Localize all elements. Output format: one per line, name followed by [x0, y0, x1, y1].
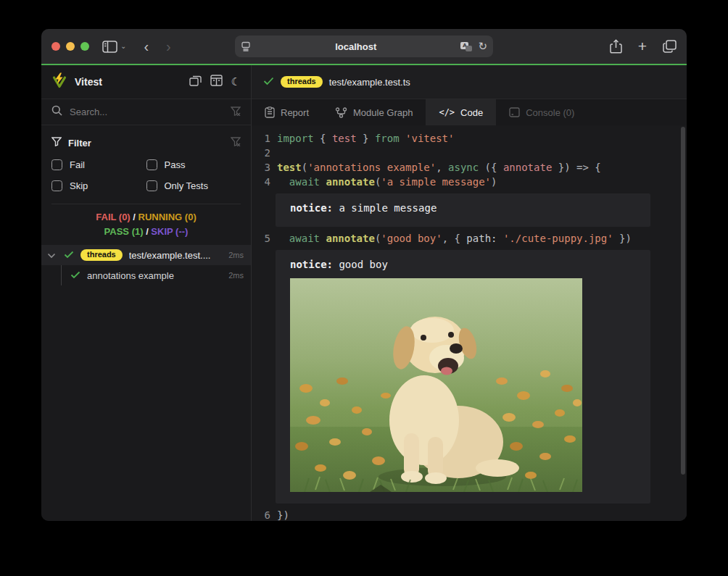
test-file-duration: 2ms [228, 251, 244, 259]
line-number: 4 [252, 175, 270, 189]
dashboard-icon[interactable] [210, 75, 223, 89]
search-icon [51, 105, 62, 119]
annotation-notice: notice: good boy [276, 250, 650, 504]
report-icon [265, 107, 275, 118]
test-tree: threads test/example.test.... 2ms annota… [41, 245, 251, 285]
tab-overview-icon[interactable] [663, 40, 677, 53]
sidebar-dropdown-chevron-icon[interactable]: ⌄ [120, 43, 126, 50]
only-tests-checkbox-label: Only Tests [165, 180, 208, 191]
sidebar-header: Vitest ☾ [41, 65, 251, 99]
pool-badge: threads [281, 76, 323, 88]
zoom-window-button[interactable] [80, 42, 89, 51]
status-separator: / [144, 226, 152, 237]
browser-window: ⌄ ‹ › localhost A ↻ [41, 29, 687, 521]
file-path: test/example.test.ts [329, 77, 410, 88]
test-file-row[interactable]: threads test/example.test.... 2ms [41, 245, 251, 265]
code-line: 6}) [252, 508, 687, 521]
fail-checkbox-label: Fail [70, 159, 85, 170]
browser-toolbar: ⌄ ‹ › localhost A ↻ [41, 29, 687, 64]
search-bar[interactable]: Search... [41, 99, 251, 125]
forward-icon[interactable]: › [166, 39, 171, 54]
skip-checkbox-box[interactable] [51, 180, 62, 191]
checkbox-fail[interactable]: Fail [51, 154, 146, 175]
checkbox-only-tests[interactable]: Only Tests [146, 175, 241, 196]
only-tests-checkbox-box[interactable] [146, 180, 157, 191]
pass-count: PASS (1) [104, 226, 144, 237]
code-line: 1import { test } from 'vitest' [252, 131, 687, 146]
puppy-image [290, 278, 582, 492]
reload-icon[interactable]: ↻ [478, 40, 487, 53]
code-lines: 1import { test } from 'vitest'23test('an… [252, 131, 687, 521]
line-number: 6 [252, 508, 270, 521]
tab-report-label: Report [281, 107, 309, 118]
running-count: RUNNING (0) [138, 212, 197, 222]
annotation-notice: notice: a simple message [276, 193, 650, 227]
console-icon [509, 107, 520, 117]
close-window-button[interactable] [51, 42, 60, 51]
vitest-logo-icon [51, 72, 67, 91]
traffic-lights [51, 42, 89, 51]
fail-checkbox-box[interactable] [51, 159, 62, 170]
checkbox-pass[interactable]: Pass [146, 154, 241, 175]
filter-icon [51, 136, 62, 149]
pass-check-icon [64, 250, 74, 261]
back-icon[interactable]: ‹ [144, 39, 149, 54]
tab-bar: Report Module Graph </> Code [252, 99, 687, 125]
line-number: 5 [252, 231, 270, 246]
fail-count: FAIL (0) [96, 212, 130, 222]
panels-icon[interactable] [189, 75, 202, 89]
skip-checkbox-label: Skip [70, 180, 88, 191]
code-line: 3test('annotations example', async ({ an… [252, 160, 687, 175]
code-viewer[interactable]: 1import { test } from 'vitest'23test('an… [252, 125, 687, 521]
checkbox-skip[interactable]: Skip [51, 175, 146, 196]
sidebar-toggle-icon[interactable] [102, 41, 117, 53]
module-graph-icon [335, 107, 347, 118]
url-text: localhost [251, 41, 460, 52]
test-file-name: test/example.test.... [129, 250, 224, 261]
code-line: 2 [252, 146, 687, 160]
filter-title: Filter [68, 138, 231, 149]
code-line: 4 await annotate('a simple message') [252, 175, 687, 189]
minimize-window-button[interactable] [66, 42, 75, 51]
tab-module-graph[interactable]: Module Graph [322, 99, 426, 125]
test-case-duration: 2ms [228, 271, 244, 280]
filter-section: Filter Fail [41, 125, 251, 204]
pass-checkbox-box[interactable] [146, 159, 157, 170]
page-format-icon[interactable] [241, 41, 251, 51]
sidebar: Vitest ☾ [41, 65, 252, 521]
file-header: threads test/example.test.ts [252, 65, 687, 99]
vertical-scrollbar[interactable] [681, 127, 685, 475]
screen: ⌄ ‹ › localhost A ↻ [0, 0, 728, 576]
test-case-row[interactable]: annotations example 2ms [41, 265, 251, 285]
test-case-name: annotations example [87, 270, 224, 281]
tab-module-graph-label: Module Graph [353, 107, 413, 118]
main-panel: threads test/example.test.ts Report [252, 65, 687, 521]
pass-checkbox-label: Pass [165, 159, 186, 170]
chevron-down-icon[interactable] [47, 250, 56, 261]
status-separator: / [131, 212, 138, 222]
translate-icon[interactable]: A [460, 42, 472, 51]
tree-indent-guide [61, 265, 62, 285]
tab-console[interactable]: Console (0) [496, 99, 587, 125]
address-bar[interactable]: localhost A ↻ [235, 36, 493, 57]
pool-badge: threads [80, 249, 123, 261]
tab-code-label: Code [460, 107, 483, 118]
pass-check-icon [70, 270, 80, 281]
tab-code[interactable]: </> Code [426, 99, 496, 125]
line-number: 1 [252, 131, 270, 146]
line-number: 2 [252, 146, 270, 160]
pass-check-icon [263, 75, 274, 88]
code-line: 5 await annotate('good boy', { path: './… [252, 231, 687, 246]
clear-search-filter-icon[interactable] [231, 106, 241, 119]
share-icon[interactable] [610, 39, 622, 54]
tab-console-label: Console (0) [526, 107, 574, 118]
code-icon: </> [439, 107, 455, 117]
new-tab-icon[interactable]: + [638, 38, 647, 55]
test-status-summary: FAIL (0) / RUNNING (0) PASS (1) / SKIP (… [41, 204, 251, 242]
clear-filter-icon[interactable] [231, 136, 241, 149]
app-title: Vitest [75, 76, 189, 88]
dark-mode-toggle-icon[interactable]: ☾ [231, 75, 241, 88]
skip-count: SKIP (--) [151, 226, 188, 237]
tab-report[interactable]: Report [252, 99, 322, 125]
search-placeholder: Search... [70, 107, 231, 117]
